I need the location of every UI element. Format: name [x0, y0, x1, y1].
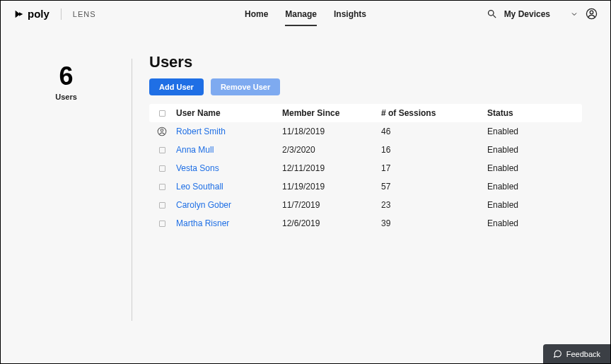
- svg-line-1: [493, 15, 496, 18]
- user-name-link[interactable]: Carolyn Gober: [175, 200, 281, 210]
- col-sessions[interactable]: # of Sessions: [380, 108, 486, 118]
- sessions-count: 23: [380, 200, 486, 210]
- chat-icon: [553, 349, 562, 358]
- col-username[interactable]: User Name: [175, 108, 281, 118]
- table-row: Carolyn Gober11/7/201923Enabled: [149, 196, 582, 214]
- user-name-link[interactable]: Anna Mull: [175, 145, 281, 155]
- status-value: Enabled: [486, 182, 582, 192]
- row-user-icon[interactable]: [149, 127, 175, 136]
- status-value: Enabled: [486, 218, 582, 228]
- member-since: 12/11/2019: [281, 163, 380, 173]
- chevron-down-icon[interactable]: [570, 10, 578, 18]
- sidebar: 6 Users: [1, 28, 132, 363]
- topbar-right: My Devices: [487, 8, 598, 20]
- col-status[interactable]: Status: [486, 108, 582, 118]
- svg-point-5: [161, 129, 163, 132]
- main: Users Add User Remove User User Name Mem…: [132, 28, 610, 363]
- table-body: Robert Smith11/18/201946EnabledAnna Mull…: [149, 122, 582, 233]
- table-row: Martha Risner12/6/201939Enabled: [149, 214, 582, 233]
- user-name-link[interactable]: Leo Southall: [175, 182, 281, 192]
- main-nav: Home Manage Insights: [245, 2, 366, 26]
- feedback-label: Feedback: [566, 350, 600, 358]
- status-value: Enabled: [486, 127, 582, 136]
- row-checkbox[interactable]: [149, 221, 175, 227]
- page-title: Users: [149, 53, 589, 71]
- user-icon: [157, 127, 167, 136]
- brand-name: poly: [28, 8, 50, 20]
- users-table: User Name Member Since # of Sessions Sta…: [149, 104, 582, 233]
- sessions-count: 46: [380, 127, 486, 136]
- table-row: Vesta Sons12/11/201917Enabled: [149, 159, 582, 177]
- topbar: poly LENS Home Manage Insights My Device…: [1, 1, 610, 28]
- user-name-link[interactable]: Martha Risner: [175, 218, 281, 228]
- content: 6 Users Users Add User Remove User User …: [1, 28, 610, 363]
- status-value: Enabled: [486, 200, 582, 210]
- status-value: Enabled: [486, 163, 582, 173]
- col-member-since[interactable]: Member Since: [281, 108, 380, 118]
- select-all-checkbox[interactable]: [149, 108, 175, 118]
- brand: poly LENS: [13, 8, 96, 20]
- user-count: 6: [1, 61, 132, 91]
- sessions-count: 17: [380, 163, 486, 173]
- sessions-count: 39: [380, 218, 486, 228]
- table-row: Leo Southall11/19/201957Enabled: [149, 177, 582, 196]
- table-row: Anna Mull2/3/202016Enabled: [149, 141, 582, 159]
- member-since: 11/18/2019: [281, 127, 380, 136]
- user-count-label: Users: [1, 93, 132, 101]
- brand-separator: [61, 8, 62, 20]
- nav-home[interactable]: Home: [245, 2, 268, 26]
- user-name-link[interactable]: Vesta Sons: [175, 163, 281, 173]
- member-since: 11/19/2019: [281, 182, 380, 192]
- member-since: 12/6/2019: [281, 218, 380, 228]
- nav-insights[interactable]: Insights: [334, 2, 366, 26]
- account-icon[interactable]: [586, 8, 598, 20]
- remove-user-button[interactable]: Remove User: [211, 78, 280, 95]
- table-header: User Name Member Since # of Sessions Sta…: [149, 104, 582, 122]
- member-since: 11/7/2019: [281, 200, 380, 210]
- svg-point-3: [590, 11, 593, 14]
- table-row: Robert Smith11/18/201946Enabled: [149, 122, 582, 141]
- sessions-count: 16: [380, 145, 486, 155]
- member-since: 2/3/2020: [281, 145, 380, 155]
- feedback-button[interactable]: Feedback: [543, 344, 610, 363]
- svg-point-0: [488, 11, 494, 16]
- row-checkbox[interactable]: [149, 147, 175, 153]
- row-checkbox[interactable]: [149, 202, 175, 209]
- actions: Add User Remove User: [149, 78, 589, 95]
- brand-sub: LENS: [73, 10, 96, 18]
- my-devices-link[interactable]: My Devices: [504, 9, 550, 19]
- search-icon[interactable]: [487, 8, 497, 19]
- poly-logo-icon: [13, 8, 25, 20]
- user-name-link[interactable]: Robert Smith: [175, 127, 281, 136]
- row-checkbox[interactable]: [149, 165, 175, 172]
- add-user-button[interactable]: Add User: [149, 78, 204, 95]
- brand-logo: poly: [13, 8, 50, 20]
- status-value: Enabled: [486, 145, 582, 155]
- sessions-count: 57: [380, 182, 486, 192]
- nav-manage[interactable]: Manage: [285, 2, 317, 26]
- row-checkbox[interactable]: [149, 184, 175, 190]
